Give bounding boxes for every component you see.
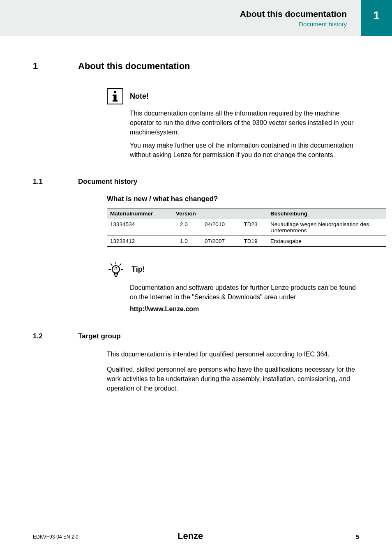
cell-td: TD19 (234, 236, 267, 246)
svg-point-9 (112, 266, 120, 273)
table-row: 13238412 1.0 07/2007 TD19 Erstausgabe (107, 236, 386, 246)
footer: EDKVF93-04 EN 2.0 Lenze 5 (0, 533, 392, 540)
history-table: Materialnummer Version Beschreibung 1333… (107, 208, 359, 247)
lenze-logo: Lenze (178, 531, 214, 543)
svg-text:Lenze: Lenze (178, 531, 203, 541)
svg-rect-2 (113, 95, 115, 96)
cell-date: 04/2010 (195, 219, 234, 236)
info-icon (107, 88, 123, 104)
footer-doc-id: EDKVF93-04 EN 2.0 (33, 534, 78, 540)
chapter-title: About this documentation (78, 61, 190, 72)
tip-label: Tip! (131, 265, 145, 274)
header-bar: About this documentation Document histor… (0, 0, 392, 36)
note-icon-row: Note! (107, 88, 359, 104)
cell-desc: Erstausgabe (267, 236, 386, 246)
cell-material: 13334534 (107, 219, 173, 236)
cell-version: 2.0 (173, 219, 195, 236)
note-para-2: You may make further use of the informat… (130, 141, 359, 160)
th-material: Materialnummer (107, 208, 173, 219)
tip-icon-row: Tip! (107, 261, 359, 279)
table-row: 13334534 2.0 04/2010 TD23 Neuauflage weg… (107, 219, 386, 236)
section-title: Target group (78, 332, 121, 340)
lightbulb-icon (107, 261, 125, 279)
section-number: 1.1 (33, 178, 53, 186)
svg-line-6 (120, 264, 121, 266)
chapter-number-tab: 1 (361, 0, 392, 36)
section-title: Document history (78, 178, 138, 186)
cell-version: 1.0 (173, 236, 195, 246)
th-version: Version (173, 208, 267, 219)
note-text: This documentation contains all the info… (130, 109, 359, 160)
cell-date: 07/2007 (195, 236, 234, 246)
section-1-1-heading: 1.1 Document history (33, 178, 359, 186)
page-content: 1 About this documentation Note! This do… (0, 36, 392, 393)
cell-material: 13238412 (107, 236, 173, 246)
section-1-2-heading: 1.2 Target group (33, 332, 359, 340)
svg-rect-3 (113, 100, 118, 102)
tip-block: Tip! Documentation and software updates … (107, 261, 359, 314)
chapter-heading: 1 About this documentation (33, 61, 359, 72)
svg-line-5 (111, 264, 112, 266)
cell-desc: Neuauflage wegen Neuorganisation des Unt… (267, 219, 386, 236)
page-number: 5 (356, 533, 359, 540)
body-para-1: This documentation is intended for quali… (107, 349, 359, 359)
body-para-2: Qualified, skilled personnel are persons… (107, 365, 359, 393)
cell-td: TD23 (234, 219, 267, 236)
sub-heading: What is new / what has changed? (107, 195, 359, 203)
tip-text: Documentation and software updates for f… (130, 283, 359, 314)
svg-point-0 (114, 91, 116, 93)
header-title: About this documentation (240, 9, 347, 19)
tip-para: Documentation and software updates for f… (130, 283, 359, 302)
tip-link: http://www.Lenze.com (130, 304, 359, 314)
chapter-number: 1 (33, 61, 53, 72)
note-label: Note! (130, 92, 149, 101)
note-block: Note! This documentation contains all th… (107, 88, 359, 160)
th-description: Beschreibung (267, 208, 386, 219)
section-number: 1.2 (33, 332, 53, 340)
note-para-1: This documentation contains all the info… (130, 109, 359, 137)
header-subtitle: Document history (299, 21, 347, 28)
